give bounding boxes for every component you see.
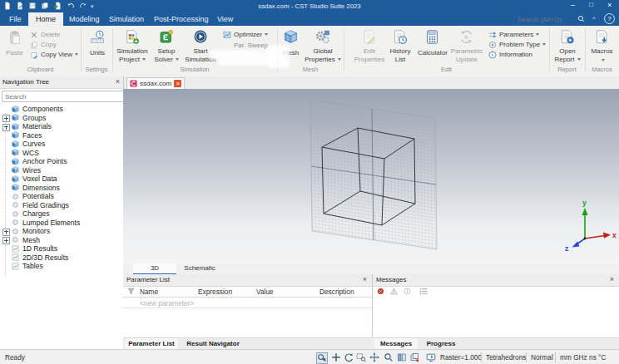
setup-solver-button[interactable]: Setup (151, 47, 181, 55)
document-tab[interactable]: ssdax.com × (126, 77, 185, 90)
parameter-list-close-icon[interactable]: × (363, 275, 367, 284)
tab-view[interactable]: View (210, 12, 240, 26)
status-divider (526, 352, 527, 362)
parameters-button[interactable]: Parameters (499, 31, 539, 38)
tree-item-curves[interactable]: Curves (0, 140, 123, 149)
bounding-box-icon[interactable] (409, 352, 419, 362)
error-filter-icon[interactable] (377, 288, 384, 295)
node-icon (12, 193, 19, 200)
optimizer-button[interactable]: Optimizer (234, 31, 268, 38)
status-mode[interactable]: Normal (531, 353, 553, 362)
tree-item-faces[interactable]: Faces (0, 131, 123, 140)
tree-search-input[interactable] (2, 91, 125, 102)
tree-item-anchor-points[interactable]: Anchor Points (0, 157, 123, 166)
tree-item-materials[interactable]: Materials (0, 122, 123, 131)
help-icon[interactable]: ? (604, 13, 615, 24)
column-description[interactable]: Description (319, 288, 354, 296)
viewport-3d[interactable]: y x z (123, 89, 619, 263)
units-button[interactable]: Units (83, 49, 111, 57)
tree-item-mesh[interactable]: Mesh (0, 236, 123, 245)
copy-view-label: Copy View (41, 51, 72, 58)
rotate-tool-icon[interactable] (344, 352, 354, 362)
information-button[interactable]: Information (499, 51, 532, 58)
macros-button[interactable]: Macros (585, 47, 619, 55)
status-raster[interactable]: Raster=1.000 (440, 353, 482, 362)
collapse-ribbon-icon[interactable]: ^ (592, 15, 596, 22)
search-input[interactable] (516, 14, 576, 25)
tab-result-navigator[interactable]: Result Navigator (181, 338, 245, 349)
tab-simulation[interactable]: Simulation (102, 12, 151, 26)
expand-icon[interactable] (2, 229, 10, 236)
parametric-update-label2: Update (449, 56, 484, 63)
tree-item-lumped-elements[interactable]: Lumped Elements (0, 219, 123, 228)
tree-item-potentials[interactable]: Potentials (0, 192, 123, 201)
navigation-tree-close-icon[interactable]: × (116, 77, 120, 86)
tree-item-wcs[interactable]: WCS (0, 149, 123, 158)
history-list-button[interactable]: History (386, 47, 414, 55)
parametric-update-button[interactable]: Parametric (449, 47, 484, 55)
open-report-button[interactable]: Open (551, 47, 584, 55)
column-value[interactable]: Value (256, 288, 274, 296)
edit-properties-button[interactable]: Edit (353, 47, 386, 55)
tab-3d[interactable]: 3D (133, 263, 176, 275)
zoom-region-tool-icon[interactable] (356, 352, 366, 362)
tree-item-monitors[interactable]: Monitors (0, 227, 123, 236)
tab-post-processing[interactable]: Post-Processing (146, 12, 216, 26)
column-expression[interactable]: Expression (198, 288, 232, 296)
maximize-button[interactable]: □ (589, 1, 593, 8)
minimize-button[interactable]: – (571, 1, 575, 9)
tree-item-groups[interactable]: Groups (0, 114, 123, 123)
tree-item-components[interactable]: Components (0, 105, 123, 114)
tree-item-voxel-data[interactable]: Voxel Data (0, 175, 123, 184)
delete-button[interactable]: Delete (41, 31, 60, 38)
screen-capture-icon[interactable] (426, 352, 436, 362)
tab-progress[interactable]: Progress (421, 338, 461, 349)
message-list-icon[interactable] (419, 288, 428, 295)
warning-filter-icon[interactable] (390, 288, 398, 295)
expand-icon[interactable] (2, 237, 10, 244)
new-parameter-row[interactable]: <new parameter> (123, 298, 372, 308)
global-properties-text: Properties (305, 56, 334, 63)
split-view-icon[interactable] (397, 352, 407, 362)
select-tool-icon[interactable] (331, 352, 341, 362)
copy-view-icon (31, 52, 38, 59)
status-mesh-type[interactable]: Tetrahedrons (486, 353, 526, 362)
tree-item-wires[interactable]: Wires (0, 166, 123, 175)
tab-home[interactable]: Home (28, 12, 63, 26)
filter-funnel-icon[interactable] (127, 288, 135, 295)
calculator-button[interactable]: Calculator (414, 49, 451, 57)
tree-item-2d3d-results[interactable]: 2D/3D Results (0, 253, 123, 263)
close-button[interactable]: × (607, 1, 612, 9)
expand-icon[interactable] (2, 124, 10, 131)
paste-button[interactable]: Paste (2, 49, 27, 57)
par-sweep-button[interactable]: Par. Sweep (234, 42, 268, 49)
copy-view-button[interactable]: Copy View (41, 51, 78, 58)
column-name[interactable]: Name (140, 288, 158, 296)
expand-icon[interactable] (2, 115, 10, 122)
information-icon (488, 51, 497, 59)
start-simulation-icon (193, 29, 208, 44)
tab-file[interactable]: File (2, 12, 29, 26)
calculator-icon (424, 29, 440, 45)
tree-item-dimensions[interactable]: Dimensions (0, 184, 123, 193)
simulation-project-button[interactable]: Simulation (113, 47, 151, 55)
pan-tool-icon[interactable] (369, 352, 379, 362)
tab-schematic[interactable]: Schematic (176, 263, 223, 273)
tree-item-label: Materials (22, 122, 52, 131)
tab-modeling[interactable]: Modeling (62, 12, 107, 26)
status-units[interactable]: mm GHz ns °C (560, 353, 606, 362)
document-tab-close-icon[interactable]: × (174, 80, 181, 87)
tree-item-field-gradings[interactable]: Field Gradings (0, 201, 123, 210)
pick-zoom-tool-icon[interactable] (316, 352, 328, 364)
tree-item-charges[interactable]: Charges (0, 209, 123, 219)
tree-item-tables[interactable]: Tables (0, 262, 123, 271)
tree-item-1d-results[interactable]: 1D Results (0, 244, 123, 253)
search-icon[interactable] (577, 15, 585, 22)
zoom-tool-icon[interactable] (384, 352, 394, 362)
global-properties-button[interactable]: Global (305, 47, 341, 55)
copy-button[interactable]: Copy (41, 41, 57, 48)
dropdown-arrow-icon (176, 58, 179, 61)
info-filter-icon[interactable] (404, 288, 411, 295)
problem-type-button[interactable]: Problem Type (499, 41, 546, 48)
messages-close-icon[interactable]: × (610, 275, 614, 284)
